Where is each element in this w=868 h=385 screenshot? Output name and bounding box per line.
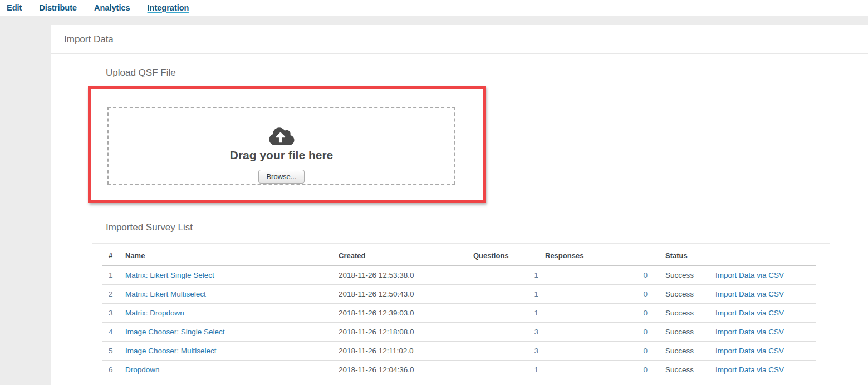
questions-count: 1	[473, 284, 545, 303]
nav-tab-distribute[interactable]: Distribute	[39, 0, 77, 16]
status-text: Success	[654, 303, 710, 322]
questions-count: 1	[473, 303, 545, 322]
import-csv-link[interactable]: Import Data via CSV	[715, 271, 784, 279]
section-divider	[92, 243, 830, 244]
created-timestamp: 2018-11-26 12:50:43.0	[339, 284, 473, 303]
column-header-action	[710, 246, 816, 265]
row-number: 4	[102, 322, 125, 341]
table-header-row: # Name Created Questions Responses Statu…	[102, 246, 816, 265]
created-timestamp: 2018-11-26 12:04:36.0	[339, 360, 473, 379]
responses-count: 0	[545, 303, 654, 322]
file-dropzone[interactable]: Drag your file here Browse...	[107, 107, 455, 185]
row-number: 5	[102, 341, 125, 360]
upload-section-heading: Upload QSF File	[106, 67, 176, 78]
top-nav: Edit Distribute Analytics Integration	[0, 0, 868, 16]
created-timestamp: 2018-11-26 12:18:08.0	[339, 322, 473, 341]
status-text: Success	[654, 360, 710, 379]
column-header-num: #	[102, 246, 125, 265]
questions-count: 1	[473, 360, 545, 379]
survey-name-link[interactable]: Image Chooser: Single Select	[125, 328, 225, 336]
questions-count: 1	[473, 265, 545, 284]
import-csv-link[interactable]: Import Data via CSV	[715, 347, 784, 355]
import-csv-link[interactable]: Import Data via CSV	[715, 290, 784, 298]
survey-name-link[interactable]: Matrix: Dropdown	[125, 309, 184, 317]
created-timestamp: 2018-11-26 12:53:38.0	[339, 265, 473, 284]
column-header-responses: Responses	[545, 246, 654, 265]
column-header-questions: Questions	[473, 246, 545, 265]
import-data-panel: Import Data Upload QSF File The QSF file…	[51, 25, 868, 385]
row-number: 3	[102, 303, 125, 322]
row-number: 1	[102, 265, 125, 284]
table-row: 3 Matrix: Dropdown 2018-11-26 12:39:03.0…	[102, 303, 816, 322]
survey-name-link[interactable]: Image Chooser: Multiselect	[125, 347, 217, 355]
import-csv-link[interactable]: Import Data via CSV	[715, 328, 784, 336]
nav-tab-edit[interactable]: Edit	[7, 0, 22, 16]
nav-tab-analytics[interactable]: Analytics	[94, 0, 130, 16]
questions-count: 3	[473, 322, 545, 341]
table-row: 6 Dropdown 2018-11-26 12:04:36.0 1 0 Suc…	[102, 360, 816, 379]
row-number: 2	[102, 284, 125, 303]
status-text: Success	[654, 341, 710, 360]
table-row: 1 Matrix: Likert Single Select 2018-11-2…	[102, 265, 816, 284]
panel-header: Import Data	[51, 25, 868, 54]
responses-count: 0	[545, 265, 654, 284]
status-text: Success	[654, 284, 710, 303]
cloud-upload-icon	[269, 126, 295, 146]
column-header-name: Name	[125, 246, 339, 265]
status-text: Success	[654, 322, 710, 341]
status-text: Success	[654, 265, 710, 284]
responses-count: 0	[545, 341, 654, 360]
page-title: Import Data	[64, 34, 114, 45]
created-timestamp: 2018-11-26 12:39:03.0	[339, 303, 473, 322]
questions-count: 3	[473, 341, 545, 360]
survey-list-heading: Imported Survey List	[106, 222, 193, 233]
table-row: 4 Image Chooser: Single Select 2018-11-2…	[102, 322, 816, 341]
responses-count: 0	[545, 322, 654, 341]
imported-survey-table: # Name Created Questions Responses Statu…	[102, 246, 816, 379]
column-header-created: Created	[339, 246, 473, 265]
table-row: 2 Matrix: Likert Multiselect 2018-11-26 …	[102, 284, 816, 303]
survey-name-link[interactable]: Matrix: Likert Single Select	[125, 271, 214, 279]
drag-file-label: Drag your file here	[230, 149, 334, 162]
import-csv-link[interactable]: Import Data via CSV	[715, 366, 784, 374]
responses-count: 0	[545, 284, 654, 303]
created-timestamp: 2018-11-26 12:11:02.0	[339, 341, 473, 360]
column-header-status: Status	[654, 246, 710, 265]
table-row: 5 Image Chooser: Multiselect 2018-11-26 …	[102, 341, 816, 360]
survey-name-link[interactable]: Matrix: Likert Multiselect	[125, 290, 206, 298]
row-number: 6	[102, 360, 125, 379]
import-csv-link[interactable]: Import Data via CSV	[715, 309, 784, 317]
survey-name-link[interactable]: Dropdown	[125, 366, 160, 374]
responses-count: 0	[545, 360, 654, 379]
nav-tab-integration[interactable]: Integration	[148, 0, 189, 16]
browse-button[interactable]: Browse...	[258, 170, 304, 184]
